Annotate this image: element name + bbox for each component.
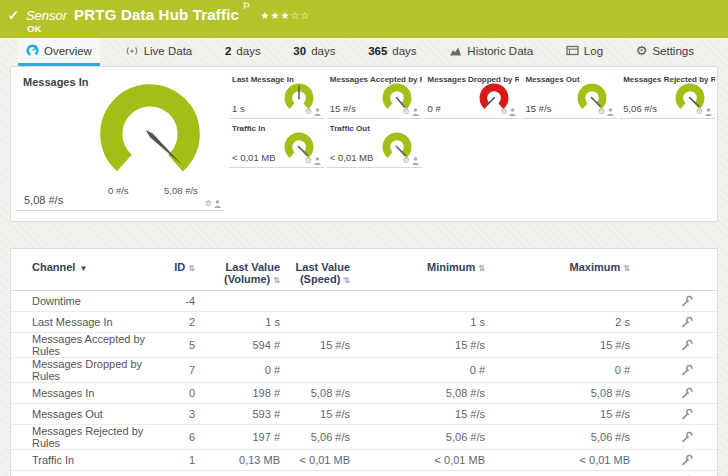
- channel-settings-wrench-icon[interactable]: [680, 454, 693, 467]
- log-icon: [566, 45, 579, 56]
- primary-gauge: [92, 76, 208, 192]
- user-icon[interactable]: [412, 108, 419, 116]
- overview-gauges-card: Messages In 0 #/s 5,08 #/s 5,08 #/s ⚙ La…: [10, 66, 718, 222]
- sensor-header: ✓ Sensor PRTG Data Hub Traffic⚐ ★★★☆☆ OK: [0, 0, 728, 38]
- user-icon[interactable]: [412, 157, 419, 165]
- channel-settings-wrench-icon[interactable]: [680, 364, 693, 377]
- gear-icon[interactable]: ⚙: [500, 108, 507, 116]
- cell-maximum: < 0,01 MB: [491, 450, 636, 471]
- cell-last-value-volume: [201, 291, 286, 312]
- cell-last-value-volume: 0 #: [201, 358, 286, 383]
- gauge-value: 0 #: [428, 103, 441, 114]
- channel-settings-wrench-icon[interactable]: [680, 387, 693, 400]
- channel-table-body: Downtime -4 Last Message In 2 1 s 1 s 2 …: [11, 291, 717, 476]
- status-badge: OK: [27, 23, 41, 34]
- tab-label: Overview: [44, 45, 92, 57]
- sort-desc-icon: ▼: [79, 264, 87, 273]
- cell-maximum: < 0,01 MB: [491, 471, 636, 476]
- cell-channel: Messages In: [11, 383, 161, 404]
- cell-channel: Messages Rejected by Rules: [11, 425, 161, 450]
- gauge-title: Messages Out: [525, 75, 579, 84]
- user-icon[interactable]: [509, 108, 516, 116]
- user-icon[interactable]: [314, 157, 321, 165]
- cell-minimum: 1 s: [356, 312, 491, 333]
- cell-maximum: 0 #: [491, 358, 636, 383]
- column-header-id[interactable]: ID⇅: [161, 255, 201, 291]
- table-row[interactable]: Traffic Out 4 0,39 MB < 0,01 MB < 0,01 M…: [11, 471, 717, 476]
- cell-channel: Messages Accepted by Rules: [11, 333, 161, 358]
- tab-number: 30: [293, 45, 306, 57]
- cell-minimum: 15 #/s: [356, 404, 491, 425]
- gear-icon[interactable]: ⚙: [696, 108, 703, 116]
- gauge-panel: Messages Dropped by Rules 0 # ⚙: [425, 72, 520, 119]
- priority-stars[interactable]: ★★★☆☆: [260, 10, 310, 21]
- tab-overview[interactable]: Overview: [18, 38, 100, 66]
- column-header-minimum[interactable]: Minimum⇅: [356, 255, 491, 291]
- tab-historic-data[interactable]: Historic Data: [441, 38, 541, 66]
- sort-icon: ⇅: [188, 264, 195, 273]
- table-row[interactable]: Messages In 0 198 # 5,08 #/s 5,08 #/s 5,…: [11, 383, 717, 404]
- tab-30-days[interactable]: 30 days: [285, 38, 343, 66]
- gauge-title: Traffic In: [232, 124, 265, 133]
- channel-settings-wrench-icon[interactable]: [680, 339, 693, 352]
- column-header-last-value-volume[interactable]: Last Value(Volume)⇅: [201, 255, 286, 291]
- tab-bar: Overview Live Data 2 days 30 days 365 da…: [0, 38, 728, 66]
- gear-icon[interactable]: ⚙: [305, 157, 312, 165]
- table-row[interactable]: Messages Accepted by Rules 5 594 # 15 #/…: [11, 333, 717, 358]
- cell-maximum: 15 #/s: [491, 404, 636, 425]
- gauge-value: 1 s: [232, 103, 245, 114]
- table-row[interactable]: Messages Dropped by Rules 7 0 # 0 # 0 #: [11, 358, 717, 383]
- column-header-maximum[interactable]: Maximum⇅: [491, 255, 636, 291]
- cell-last-value-speed: [286, 358, 356, 383]
- tab-365-days[interactable]: 365 days: [360, 38, 424, 66]
- channel-settings-wrench-icon[interactable]: [680, 431, 693, 444]
- user-icon[interactable]: [607, 108, 614, 116]
- gear-icon[interactable]: ⚙: [598, 108, 605, 116]
- gauge-panel: Messages Accepted by Rules 15 #/s ⚙: [327, 72, 422, 119]
- cell-last-value-speed: < 0,01 MB: [286, 471, 356, 476]
- cell-id: -4: [161, 291, 201, 312]
- table-row[interactable]: Downtime -4: [11, 291, 717, 312]
- cell-channel: Messages Dropped by Rules: [11, 358, 161, 383]
- flag-icon[interactable]: ⚐: [242, 1, 250, 11]
- table-row[interactable]: Traffic In 1 0,13 MB < 0,01 MB < 0,01 MB…: [11, 450, 717, 471]
- sort-icon: ⇅: [273, 276, 280, 285]
- gear-icon[interactable]: ⚙: [402, 157, 409, 165]
- user-icon[interactable]: [214, 200, 221, 208]
- tab-number: 2: [225, 45, 231, 57]
- gear-icon[interactable]: ⚙: [305, 108, 312, 116]
- gear-icon[interactable]: ⚙: [205, 200, 212, 208]
- gear-icon[interactable]: ⚙: [402, 108, 409, 116]
- column-header-channel[interactable]: Channel▼: [11, 255, 161, 291]
- table-row[interactable]: Messages Rejected by Rules 6 197 # 5,06 …: [11, 425, 717, 450]
- tab-2-days[interactable]: 2 days: [217, 38, 269, 66]
- cell-minimum: 15 #/s: [356, 333, 491, 358]
- object-kind-label: Sensor: [26, 8, 67, 23]
- cell-last-value-speed: 5,08 #/s: [286, 383, 356, 404]
- cell-id: 0: [161, 383, 201, 404]
- gauge-icon: [26, 44, 39, 57]
- table-header-row: Channel▼ ID⇅ Last Value(Volume)⇅ Last Va…: [11, 255, 717, 291]
- tab-log[interactable]: Log: [558, 38, 611, 66]
- channel-settings-wrench-icon[interactable]: [680, 316, 693, 329]
- column-header-last-value-speed[interactable]: Last Value(Speed)⇅: [286, 255, 356, 291]
- gauge-panel: Last Message In 1 s ⚙: [229, 72, 324, 119]
- cell-minimum: 0 #: [356, 358, 491, 383]
- user-icon[interactable]: [705, 108, 712, 116]
- gauge-panel: Traffic Out < 0,01 MB ⚙: [327, 121, 422, 168]
- channel-settings-wrench-icon[interactable]: [680, 295, 693, 308]
- gauge-value: < 0,01 MB: [330, 152, 374, 163]
- gauge-value: 5,08 #/s: [24, 194, 63, 206]
- table-row[interactable]: Last Message In 2 1 s 1 s 2 s: [11, 312, 717, 333]
- channel-settings-wrench-icon[interactable]: [680, 408, 693, 421]
- gauge-scale-max: 5,08 #/s: [164, 185, 198, 196]
- user-icon[interactable]: [314, 108, 321, 116]
- tab-live-data[interactable]: Live Data: [117, 38, 201, 66]
- table-row[interactable]: Messages Out 3 593 # 15 #/s 15 #/s 15 #/…: [11, 404, 717, 425]
- cell-last-value-volume: 593 #: [201, 404, 286, 425]
- cell-channel: Messages Out: [11, 404, 161, 425]
- gauge-value: < 0,01 MB: [232, 152, 276, 163]
- gauge-panel: Messages Rejected by Rules 5,06 #/s ⚙: [620, 72, 715, 119]
- tab-settings[interactable]: ⚙ Settings: [628, 38, 702, 66]
- sort-icon: ⇅: [623, 264, 630, 273]
